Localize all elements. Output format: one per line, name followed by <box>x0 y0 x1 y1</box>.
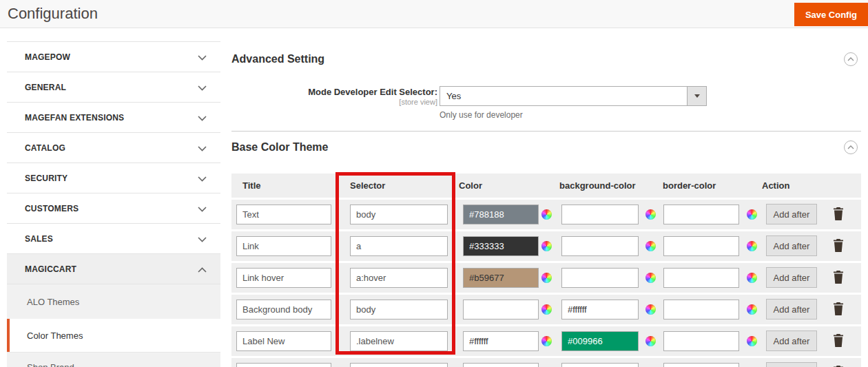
column-header-color: Color <box>459 180 482 191</box>
column-header-selector: Selector <box>350 180 385 191</box>
sidebar-item-shop-brand[interactable]: Shop Brand <box>7 352 220 367</box>
sidebar-item-alo-themes[interactable]: ALO Themes <box>7 284 220 319</box>
color-picker-icon[interactable] <box>747 336 757 346</box>
color-picker-icon[interactable] <box>645 273 656 283</box>
color-input[interactable] <box>463 300 539 319</box>
page-header: Configuration Save Config <box>0 0 868 28</box>
collapse-section-icon[interactable] <box>844 140 858 154</box>
background-color-input[interactable] <box>561 268 639 288</box>
sidebar-section-label: GENERAL <box>25 83 66 92</box>
sidebar-item-label: Color Themes <box>27 331 83 341</box>
main-content: Advanced Setting Mode Developer Edit Sel… <box>231 28 861 367</box>
chevron-down-icon <box>198 112 207 124</box>
chevron-down-icon <box>198 51 207 63</box>
color-picker-icon[interactable] <box>645 336 656 346</box>
title-input[interactable] <box>236 331 331 351</box>
mode-developer-select[interactable]: Yes <box>440 86 707 106</box>
chevron-down-icon <box>198 81 207 94</box>
add-after-button[interactable]: Add after <box>766 362 817 367</box>
color-input[interactable] <box>463 331 539 351</box>
table-row: Add after <box>231 358 861 367</box>
add-after-button[interactable]: Add after <box>766 235 817 256</box>
section-title: Advanced Setting <box>231 53 324 65</box>
background-color-input[interactable] <box>561 300 639 319</box>
trash-icon[interactable] <box>833 271 844 284</box>
table-row: Add after <box>231 263 861 293</box>
border-color-input[interactable] <box>663 268 739 288</box>
select-value: Yes <box>440 87 706 105</box>
title-input[interactable] <box>236 363 331 367</box>
dropdown-arrow-icon[interactable] <box>687 87 706 105</box>
sidebar: MAGEPOW GENERAL MAGEFAN EXTENSIONS CATAL… <box>7 41 220 367</box>
trash-icon[interactable] <box>833 207 844 220</box>
border-color-input[interactable] <box>663 205 739 224</box>
section-title: Base Color Theme <box>231 141 328 154</box>
border-color-input[interactable] <box>663 300 739 319</box>
color-picker-icon[interactable] <box>541 273 552 283</box>
title-input[interactable] <box>236 205 331 224</box>
table-row: Add after <box>231 231 861 261</box>
add-after-button[interactable]: Add after <box>766 299 817 319</box>
column-header-background-color: background-color <box>559 180 636 191</box>
sidebar-section-label: SALES <box>25 234 53 244</box>
selector-input[interactable] <box>350 363 448 367</box>
trash-icon[interactable] <box>833 302 844 315</box>
color-picker-icon[interactable] <box>747 209 757 220</box>
border-color-input[interactable] <box>663 331 739 351</box>
color-picker-icon[interactable] <box>645 209 656 220</box>
sidebar-section-label: CATALOG <box>25 143 65 153</box>
title-input[interactable] <box>236 268 331 288</box>
save-config-button[interactable]: Save Config <box>794 3 868 26</box>
color-picker-icon[interactable] <box>747 241 757 251</box>
color-theme-table: TitleSelectorColorbackground-colorborder… <box>231 174 861 367</box>
sidebar-section-general[interactable]: GENERAL <box>7 72 220 102</box>
sidebar-section-customers[interactable]: CUSTOMERS <box>7 193 220 223</box>
color-picker-icon[interactable] <box>541 304 552 315</box>
add-after-button[interactable]: Add after <box>766 204 817 224</box>
column-header-border-color: border-color <box>663 180 716 191</box>
sidebar-section-security[interactable]: SECURITY <box>7 162 220 193</box>
field-note: Only use for developer <box>440 110 861 120</box>
background-color-input[interactable] <box>561 205 639 224</box>
sidebar-subitems: ALO Themes Color Themes Shop Brand <box>7 284 220 367</box>
color-input[interactable] <box>463 205 539 224</box>
color-input[interactable] <box>463 236 539 256</box>
color-picker-icon[interactable] <box>541 241 552 251</box>
sidebar-section-label: CUSTOMERS <box>25 204 79 213</box>
sidebar-item-color-themes[interactable]: Color Themes <box>7 319 220 352</box>
add-after-button[interactable]: Add after <box>766 267 817 288</box>
add-after-button[interactable]: Add after <box>766 331 817 351</box>
selector-input[interactable] <box>350 236 448 256</box>
trash-icon[interactable] <box>833 239 844 252</box>
selector-input[interactable] <box>350 300 448 319</box>
sidebar-section-magefan-extensions[interactable]: MAGEFAN EXTENSIONS <box>7 102 220 132</box>
background-color-input[interactable] <box>561 363 639 367</box>
sidebar-section-catalog[interactable]: CATALOG <box>7 132 220 162</box>
border-color-input[interactable] <box>663 236 739 256</box>
selector-input[interactable] <box>350 205 448 224</box>
collapse-section-icon[interactable] <box>844 52 858 66</box>
color-picker-icon[interactable] <box>645 304 656 315</box>
title-input[interactable] <box>236 300 331 319</box>
sidebar-section-magiccart[interactable]: MAGICCART <box>7 253 220 284</box>
background-color-input[interactable] <box>561 331 639 351</box>
sidebar-section-sales[interactable]: SALES <box>7 223 220 253</box>
selector-input[interactable] <box>350 331 448 351</box>
field-label: Mode Developer Edit Selector: <box>231 87 437 97</box>
color-picker-icon[interactable] <box>541 209 552 220</box>
column-header-action: Action <box>762 180 789 191</box>
border-color-input[interactable] <box>663 363 739 367</box>
color-input[interactable] <box>463 363 539 367</box>
color-picker-icon[interactable] <box>645 241 656 251</box>
title-input[interactable] <box>236 236 331 256</box>
color-picker-icon[interactable] <box>747 273 757 283</box>
selector-input[interactable] <box>350 268 448 288</box>
background-color-input[interactable] <box>561 236 639 256</box>
color-picker-icon[interactable] <box>747 304 757 315</box>
table-row: Add after <box>231 200 861 229</box>
sidebar-section-magepow[interactable]: MAGEPOW <box>7 41 220 72</box>
table-row: Add after <box>231 295 861 324</box>
trash-icon[interactable] <box>833 334 844 347</box>
color-picker-icon[interactable] <box>541 336 552 346</box>
color-input[interactable] <box>463 268 539 288</box>
